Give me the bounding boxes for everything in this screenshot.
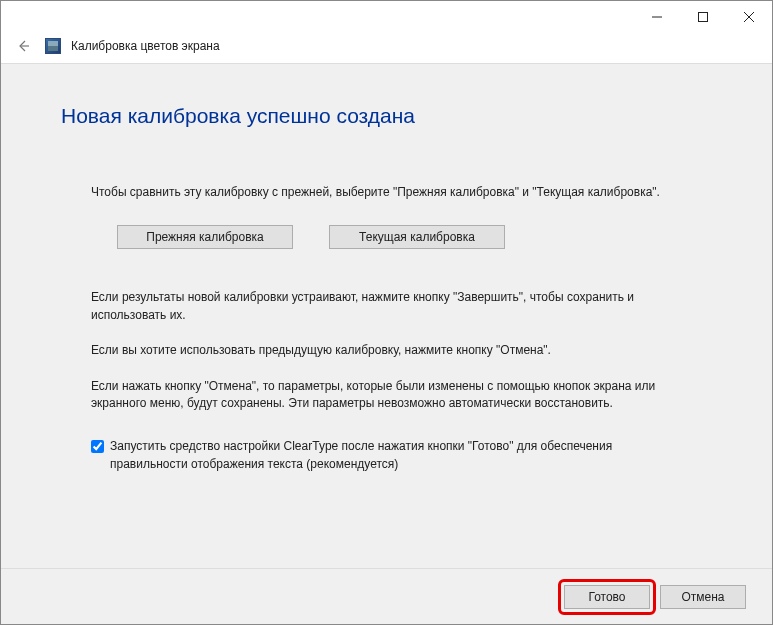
- content-area: Новая калибровка успешно создана Чтобы с…: [1, 63, 772, 568]
- calibration-wizard-window: Калибровка цветов экрана Новая калибровк…: [1, 1, 772, 624]
- page-heading: Новая калибровка успешно создана: [61, 104, 712, 128]
- monitor-icon: [45, 38, 61, 54]
- cleartype-checkbox[interactable]: [91, 440, 104, 453]
- close-button[interactable]: [726, 1, 772, 33]
- compare-intro-text: Чтобы сравнить эту калибровку с прежней,…: [91, 184, 682, 201]
- current-calibration-button[interactable]: Текущая калибровка: [329, 225, 505, 249]
- cleartype-checkbox-label: Запустить средство настройки ClearType п…: [110, 438, 682, 473]
- maximize-button[interactable]: [680, 1, 726, 33]
- svg-rect-1: [699, 13, 708, 22]
- cancel-button[interactable]: Отмена: [660, 585, 746, 609]
- header: Калибровка цветов экрана: [1, 33, 772, 63]
- note-text: Если нажать кнопку "Отмена", то параметр…: [91, 378, 682, 413]
- previous-calibration-button[interactable]: Прежняя калибровка: [117, 225, 293, 249]
- cleartype-checkbox-row[interactable]: Запустить средство настройки ClearType п…: [91, 438, 682, 473]
- titlebar: [1, 1, 772, 33]
- cancel-text: Если вы хотите использовать предыдущую к…: [91, 342, 682, 359]
- done-button[interactable]: Готово: [564, 585, 650, 609]
- minimize-button[interactable]: [634, 1, 680, 33]
- footer: Готово Отмена: [1, 568, 772, 624]
- finish-text: Если результаты новой калибровки устраив…: [91, 289, 682, 324]
- compare-buttons-row: Прежняя калибровка Текущая калибровка: [117, 225, 712, 249]
- back-arrow-icon[interactable]: [11, 34, 35, 58]
- app-title: Калибровка цветов экрана: [71, 39, 220, 53]
